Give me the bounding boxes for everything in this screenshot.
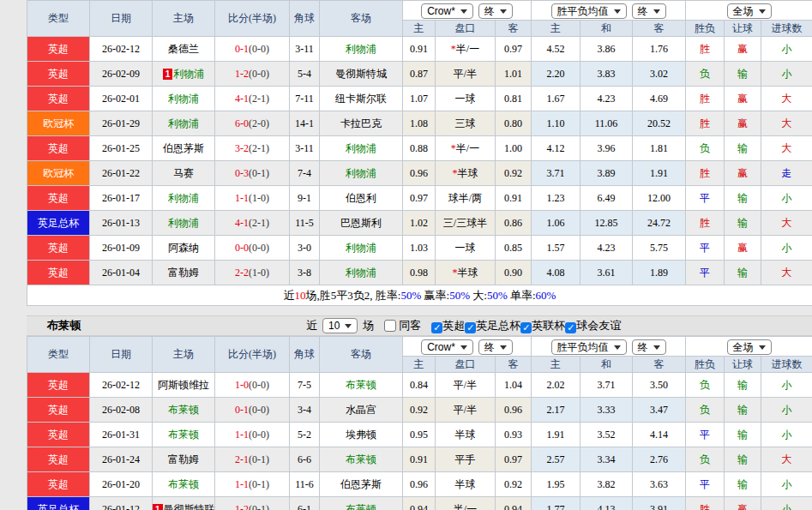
result-wdl: 胜 (686, 161, 725, 186)
red-card-icon: 1 (163, 69, 173, 80)
home-team-name: 布莱顿 (168, 429, 199, 441)
same-away-checkbox[interactable] (384, 320, 396, 332)
match-row: 英超26-01-09阿森纳0-0(0-0)3-0利物浦1.03一球0.851.5… (27, 236, 812, 261)
home-odds: 0.91 (403, 37, 436, 62)
league-checkbox[interactable]: ✓ (520, 322, 532, 333)
home-odds: 0.88 (403, 136, 436, 161)
avg-time-select[interactable]: 终 (632, 3, 666, 19)
halftime-score: (0-1) (249, 503, 269, 510)
match-date: 26-01-09 (90, 236, 153, 261)
home-team-name: 阿森纳 (168, 242, 199, 254)
avg-controls: 胜平负均值终 (532, 1, 686, 21)
away-odds: 0.92 (496, 161, 532, 186)
avg-controls: 胜平负均值终 (532, 337, 686, 357)
home-team: 1曼彻斯特联 (153, 497, 215, 510)
handicap-text: 平/半 (454, 379, 477, 391)
away-team: 布莱顿 (320, 447, 403, 472)
handicap-text: 三/三球半 (443, 217, 487, 229)
result-goals: 走 (761, 161, 812, 186)
handicap-line: 半/一 (436, 497, 496, 510)
home-team-name: 富勒姆 (168, 267, 199, 279)
corner-count: 9-1 (290, 186, 320, 211)
chevron-down-icon (614, 9, 621, 17)
result-wdl: 胜 (686, 87, 725, 111)
home-odds: 1.07 (403, 87, 436, 111)
odds-time-select[interactable]: 终 (478, 3, 513, 19)
scope-select[interactable]: 全场 (727, 3, 772, 19)
result-handicap: 输 (725, 62, 761, 87)
recent-count-select[interactable]: 10 (322, 318, 358, 333)
halftime-score: (2-0) (249, 117, 269, 129)
summary-segment: 单率: (508, 289, 536, 302)
scope-select[interactable]: 全场 (727, 339, 772, 355)
league-badge: 英超 (27, 136, 90, 161)
avg-draw-odds: 11.06 (580, 111, 633, 136)
col-avg-away: 客 (633, 21, 686, 37)
fulltime-score: 6-0 (235, 117, 249, 129)
result-goals: 小 (761, 373, 812, 398)
handicap-line: 一球 (436, 236, 496, 261)
league-checkbox-label: 英超 (442, 319, 465, 332)
corner-count: 3-11 (290, 136, 320, 161)
corner-count: 11-5 (290, 211, 320, 236)
brighton-section-bar: 布莱顿 近 10 场 同客 ✓英超✓英足总杯✓英联杯✓球会友谊 (27, 315, 812, 336)
avg-home-odds: 4.12 (532, 136, 580, 161)
handicap-text: 三球 (455, 117, 476, 129)
league-checkbox[interactable]: ✓ (465, 322, 476, 333)
avg-draw-odds: 3.71 (580, 373, 633, 398)
result-handicap: 输 (725, 472, 761, 497)
halftime-score: (0-0) (249, 379, 269, 391)
avg-time-select[interactable]: 终 (632, 339, 666, 355)
match-score: 1-0(0-0) (215, 373, 290, 398)
away-team: 布莱顿 (320, 497, 403, 510)
avg-type-select[interactable]: 胜平负均值 (551, 3, 627, 19)
league-checkbox-label: 英足总杯 (476, 319, 520, 332)
away-team: 埃弗顿 (320, 423, 403, 447)
home-team-name: 利物浦 (173, 68, 204, 80)
summary-segment: 10 (295, 289, 306, 302)
avg-home-odds: 3.71 (532, 161, 580, 186)
col-odds-home: 主 (403, 357, 436, 373)
odds-company-select[interactable]: Crow* (421, 339, 473, 355)
league-checkbox[interactable]: ✓ (565, 322, 576, 333)
league-badge: 英超 (27, 37, 90, 62)
match-date: 26-02-08 (90, 398, 153, 423)
league-checkbox-label: 英联杯 (532, 319, 565, 332)
avg-draw-odds: 3.89 (580, 161, 633, 186)
result-wdl: 负 (686, 447, 725, 472)
avg-draw-odds: 3.96 (580, 136, 633, 161)
match-date: 26-01-22 (90, 161, 153, 186)
away-team-name: 利物浦 (346, 267, 376, 279)
red-card-icon: 1 (153, 504, 163, 510)
odds-company-select[interactable]: Crow* (421, 3, 473, 19)
handicap-line: 平/半 (436, 373, 496, 398)
avg-type-select[interactable]: 胜平负均值 (551, 339, 627, 355)
avg-home-odds: 2.17 (532, 398, 580, 423)
league-checkbox[interactable]: ✓ (431, 322, 442, 333)
corner-count: 7-5 (290, 373, 320, 398)
away-odds: 0.97 (496, 447, 532, 472)
away-team: 卡拉巴克 (320, 111, 403, 136)
corner-count: 5-2 (290, 423, 320, 447)
away-odds: 0.94 (496, 497, 532, 510)
home-team: 布莱顿 (153, 472, 215, 497)
result-goals: 大 (761, 447, 812, 472)
odds-time-select[interactable]: 终 (478, 339, 513, 355)
result-goals: 小 (761, 398, 812, 423)
col-res-wdl: 胜负 (686, 21, 725, 37)
recent-label: 近 (306, 318, 317, 333)
match-filter: 近 10 场 同客 ✓英超✓英足总杯✓英联杯✓球会友谊 (306, 318, 621, 333)
summary-segment: 50% (400, 289, 421, 302)
match-row: 英超26-02-01利物浦4-1(2-1)7-11纽卡斯尔联1.07一球0.81… (27, 87, 812, 111)
handicap-line: 平/半 (436, 398, 496, 423)
result-wdl: 负 (686, 373, 725, 398)
fulltime-score: 1-1 (235, 478, 249, 490)
col-date: 日期 (90, 337, 153, 373)
liverpool-history-table: 类型 日期 主场 比分(半场) 角球 客场 Crow*终 胜平负均值终 全场 主… (27, 0, 812, 306)
avg-away-odds: 5.75 (633, 236, 686, 261)
summary-segment: 场,胜5平3负2, 胜率: (306, 289, 401, 302)
handicap-line: 平手 (436, 447, 496, 472)
home-team-name: 布莱顿 (168, 404, 199, 416)
home-team-name: 利物浦 (168, 192, 199, 204)
match-date: 26-01-31 (90, 423, 153, 447)
